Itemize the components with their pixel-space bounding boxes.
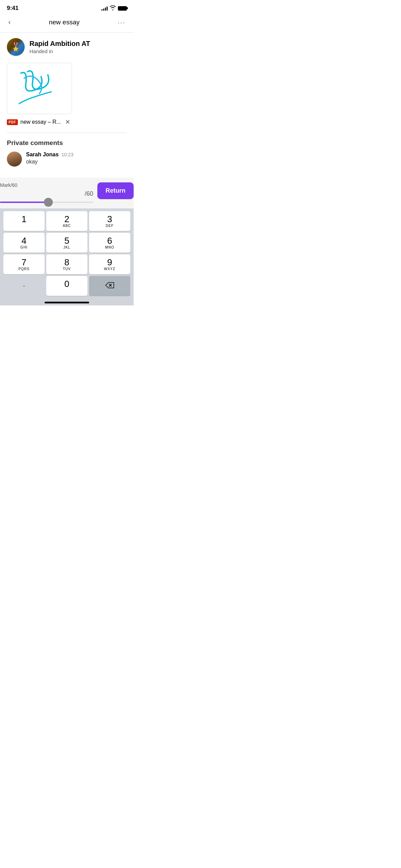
keyboard-row-2: 4 GHI 5 JKL 6 MNO (1, 233, 132, 253)
key-4[interactable]: 4 GHI (3, 233, 45, 253)
user-info: Rapid Ambition AT Handed in (7, 38, 127, 56)
private-comments-title: Private comments (7, 139, 127, 147)
user-details: Rapid Ambition AT Handed in (29, 40, 90, 54)
status-bar: 9:41 (0, 0, 134, 14)
mark-label: Mark/60 (0, 182, 93, 188)
key-8[interactable]: 8 TUV (46, 254, 87, 274)
key-delete[interactable] (89, 276, 130, 296)
key-dot-area: · (3, 276, 45, 296)
mark-input[interactable] (0, 190, 85, 199)
user-name: Rapid Ambition AT (29, 40, 90, 48)
mark-slider-fill (0, 202, 51, 203)
key-7[interactable]: 7 PQRS (3, 254, 45, 274)
key-5[interactable]: 5 JKL (46, 233, 87, 253)
key-9[interactable]: 9 WXYZ (89, 254, 130, 274)
content-area: Rapid Ambition AT Handed in PDF new essa… (0, 33, 134, 178)
mark-input-section: Mark/60 /60 (0, 182, 93, 203)
comment-text: okay (26, 159, 73, 165)
commenter-avatar-image (7, 152, 22, 167)
document-preview[interactable] (7, 63, 72, 114)
comment-body: Sarah Jonas 10:23 okay (26, 152, 73, 165)
battery-icon (118, 6, 127, 11)
keyboard-row-3: 7 PQRS 8 TUV 9 WXYZ (1, 254, 132, 274)
key-6[interactable]: 6 MNO (89, 233, 130, 253)
keyboard-row-1: 1 2 ABC 3 DEF (1, 211, 132, 231)
pdf-close-button[interactable]: ✕ (65, 118, 70, 126)
commenter-name: Sarah Jonas (26, 152, 59, 158)
home-bar (45, 302, 89, 303)
page-title: new essay (49, 19, 80, 26)
key-1[interactable]: 1 (3, 211, 45, 231)
document-canvas (7, 63, 72, 114)
more-button[interactable]: ··· (116, 17, 127, 28)
status-icons (101, 5, 127, 11)
pdf-badge-row: PDF new essay – R... ✕ (7, 118, 127, 126)
nav-bar: ‹ new essay ··· (0, 14, 134, 33)
comment-header: Sarah Jonas 10:23 (26, 152, 73, 158)
key-3[interactable]: 3 DEF (89, 211, 130, 231)
key-0[interactable]: 0 (46, 276, 87, 296)
back-button[interactable]: ‹ (7, 16, 12, 28)
user-status: Handed in (29, 48, 90, 54)
mark-slider-track[interactable] (0, 202, 93, 203)
comment-row: Sarah Jonas 10:23 okay (7, 152, 127, 167)
signal-icon (101, 6, 108, 11)
mark-max: /60 (85, 190, 93, 197)
divider (7, 133, 127, 133)
return-button[interactable]: Return (97, 182, 134, 199)
keyboard: 1 2 ABC 3 DEF 4 GHI 5 JKL 6 MNO 7 PQRS (0, 208, 134, 299)
mark-area: Mark/60 /60 Return (0, 178, 134, 208)
avatar-image (7, 38, 25, 56)
comment-time: 10:23 (61, 152, 73, 157)
status-time: 9:41 (7, 5, 19, 12)
keyboard-row-4: · 0 (1, 276, 132, 296)
wifi-icon (110, 5, 116, 11)
pdf-badge: PDF (7, 119, 18, 125)
mark-slider-thumb[interactable] (44, 198, 53, 207)
pdf-filename: new essay – R... (21, 119, 61, 125)
key-2[interactable]: 2 ABC (46, 211, 87, 231)
commenter-avatar (7, 152, 22, 167)
home-indicator (0, 299, 134, 305)
avatar (7, 38, 25, 56)
